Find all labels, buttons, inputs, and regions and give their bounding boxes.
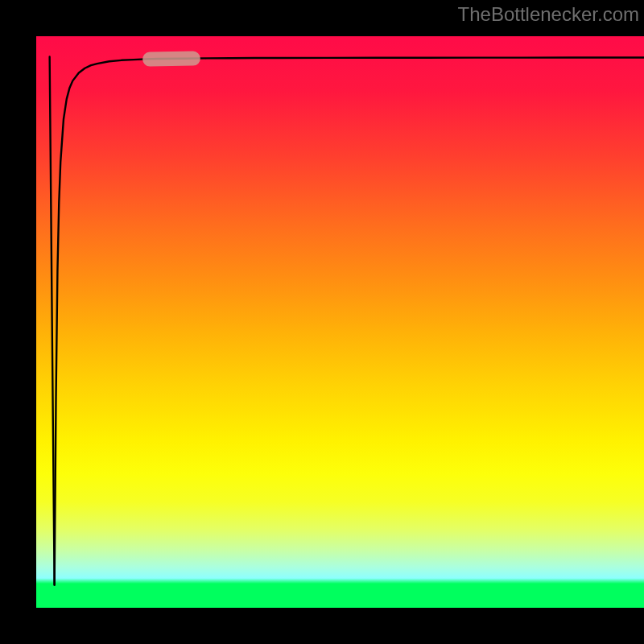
- chart-stage: TheBottlenecker.com: [0, 0, 644, 644]
- plot-area: [36, 36, 644, 608]
- curve-layer: [36, 36, 644, 608]
- watermark-text: TheBottlenecker.com: [458, 3, 639, 26]
- curve-highlight: [142, 51, 200, 66]
- bottleneck-curve: [55, 58, 644, 585]
- bottleneck-curve-start: [50, 57, 55, 585]
